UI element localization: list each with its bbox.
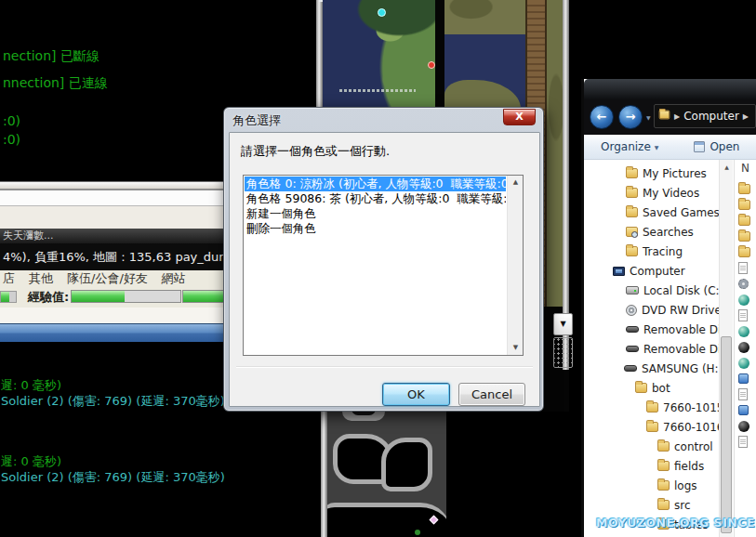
console-log-line: :0) [3, 132, 20, 147]
cave-area [381, 438, 432, 491]
menu-item-item[interactable]: 隊伍/公會/好友 [67, 270, 148, 286]
explorer-window: ← → ▼ ▶ Computer ▶ Organize ▼ Open My Pi… [581, 79, 756, 537]
character-select-dialog: 角色選擇 X 請選擇一個角色或一個行動. 角色格 0: 涼粉冰 (初心者, 人物… [223, 107, 544, 412]
file-item[interactable] [738, 197, 756, 213]
tree-item-my-videos[interactable]: My Videos [587, 183, 719, 203]
computer-icon [613, 267, 625, 276]
tree-item-7660-1015h[interactable]: 7660-1015h [587, 398, 719, 417]
explorer-content: My PicturesMy VideosSaved GamesSearchesT… [584, 160, 756, 537]
organize-button[interactable]: Organize ▼ [601, 140, 658, 153]
forward-button[interactable]: → [618, 105, 643, 129]
file-item[interactable] [738, 244, 756, 260]
menu-item-item[interactable]: 網站 [162, 270, 186, 286]
character-list-item[interactable]: 刪除一個角色 [245, 221, 506, 236]
tree-item-removable-dis[interactable]: Removable Dis [587, 339, 719, 359]
character-list-item[interactable]: 角色格 59086: 茶 (初心者, 人物等級:0 職業等級:0) [245, 191, 506, 206]
file-item[interactable] [738, 213, 756, 229]
folder-icon [657, 480, 670, 491]
dark-orb-icon [738, 342, 749, 353]
document-icon [738, 309, 748, 321]
open-label: Open [710, 140, 739, 153]
file-item[interactable] [738, 323, 756, 339]
open-button[interactable]: Open [694, 140, 739, 153]
tree-item-computer[interactable]: Computer [587, 261, 719, 281]
file-item[interactable] [738, 434, 756, 450]
map-label-text [339, 89, 416, 92]
resize-grip[interactable] [553, 337, 573, 368]
file-item[interactable] [738, 371, 756, 386]
map-marker-icon [415, 530, 420, 535]
console-log-line: nnection] 已連線 [3, 75, 108, 92]
tree-item-label: 7660-1015h [663, 401, 719, 414]
game-window-border [321, 412, 327, 537]
folder-icon [657, 441, 670, 452]
menu-item-item[interactable]: 店 [3, 270, 15, 286]
tree-item-label: 7660-1016p [663, 421, 719, 434]
character-list-item[interactable]: 新建一個角色 [245, 206, 506, 221]
scroll-up-icon[interactable]: ▲ [508, 176, 524, 190]
listbox-scrollbar[interactable]: ▲ ▼ [507, 176, 523, 355]
tree-item-my-pictures[interactable]: My Pictures [587, 164, 719, 183]
dvd-icon [626, 305, 637, 316]
ok-button[interactable]: OK [382, 383, 450, 406]
file-list [738, 181, 756, 450]
tree-item-label: control [674, 440, 713, 453]
exp-progress-fill [72, 291, 125, 302]
file-item[interactable] [738, 355, 756, 371]
chevron-down-icon: ▼ [655, 144, 659, 151]
latency-log-line: 遲: 0 毫秒) [1, 453, 61, 470]
folder-icon [626, 246, 638, 256]
file-item[interactable] [738, 229, 756, 244]
screen: nection] 已斷線nnection] 已連線:0):0) 遲: 0 毫秒)… [0, 0, 756, 537]
file-item[interactable] [738, 339, 756, 355]
breadcrumb-item[interactable]: Computer [683, 110, 739, 123]
folder-tree: My PicturesMy VideosSaved GamesSearchesT… [587, 164, 719, 534]
tree-item-saved-games[interactable]: Saved Games [587, 203, 719, 222]
tree-item-bot[interactable]: bot [587, 378, 719, 398]
blue-square-icon [738, 373, 749, 384]
file-item[interactable] [738, 308, 756, 323]
tree-item-label: logs [674, 479, 697, 492]
soldier-log-line: Soldier (2) (傷害: 769) (延遲: 370毫秒) [1, 393, 225, 410]
file-item[interactable] [738, 402, 756, 418]
chevron-right-icon[interactable]: ▶ [743, 112, 749, 121]
gear-icon [738, 279, 749, 289]
dropdown-button[interactable]: ▼ [553, 313, 573, 335]
tree-item-local-disk-c[interactable]: Local Disk (C:) [587, 281, 719, 300]
tree-scrollbar[interactable]: ▲ [719, 160, 733, 537]
close-button[interactable]: X [503, 109, 536, 125]
file-item[interactable] [738, 181, 756, 197]
back-button[interactable]: ← [590, 105, 614, 129]
tree-item-src[interactable]: src [587, 495, 719, 515]
folder-icon [635, 383, 647, 393]
tree-item-label: Local Disk (C:) [643, 284, 719, 297]
file-item[interactable] [738, 292, 756, 308]
soldier-log-line: Soldier (2) (傷害: 769) (延遲: 370毫秒) [1, 469, 225, 486]
file-item[interactable] [738, 418, 756, 434]
pane-divider [734, 160, 735, 537]
file-item[interactable] [738, 276, 756, 292]
tree-item-control[interactable]: control [587, 437, 719, 456]
character-list-item[interactable]: 角色格 0: 涼粉冰 (初心者, 人物等級:0 職業等級:0) [245, 177, 506, 191]
scrollbar-thumb[interactable] [721, 336, 732, 533]
tree-item-samsung-h[interactable]: SAMSUNG (H:) [587, 359, 719, 378]
breadcrumb[interactable]: ▶ Computer ▶ [654, 104, 756, 128]
tree-item-label: DVD RW Drive ( [642, 304, 719, 317]
tree-item-7660-1016p[interactable]: 7660-1016p [587, 417, 719, 437]
tree-item-searches[interactable]: Searches [587, 222, 719, 242]
file-item[interactable] [738, 386, 756, 402]
scroll-up-icon[interactable]: ▲ [720, 160, 734, 174]
tree-item-tracing[interactable]: Tracing [587, 242, 719, 261]
scroll-down-icon[interactable]: ▼ [508, 341, 524, 355]
menu-item-item[interactable]: 其他 [29, 270, 53, 286]
history-dropdown-icon[interactable]: ▼ [646, 114, 651, 121]
tree-item-logs[interactable]: logs [587, 476, 719, 495]
tree-item-removable-dis[interactable]: Removable Dis [587, 320, 719, 339]
files-column-header[interactable]: N [741, 162, 749, 175]
cancel-button[interactable]: Cancel [458, 383, 525, 406]
file-item[interactable] [738, 260, 756, 276]
tree-item-fields[interactable]: fields [587, 456, 719, 476]
removable-drive-icon [626, 326, 639, 333]
tree-item-dvd-rw-drive[interactable]: DVD RW Drive ( [587, 300, 719, 320]
orb-icon [738, 326, 749, 337]
